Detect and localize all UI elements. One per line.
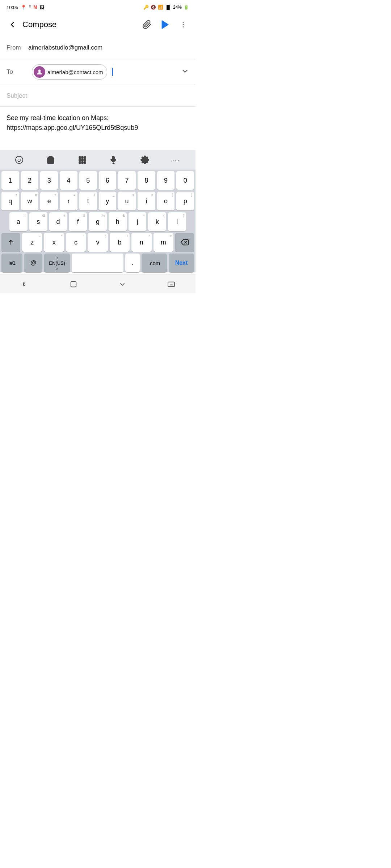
more-button[interactable]	[176, 17, 190, 32]
language-button[interactable]: ‹ EN(US) ›	[44, 254, 70, 272]
more-tools-button[interactable]: ···	[168, 153, 184, 167]
key-j[interactable]: *j	[129, 212, 147, 231]
key-k[interactable]: (k	[148, 212, 166, 231]
key-g[interactable]: %g	[89, 212, 107, 231]
avatar	[34, 66, 45, 78]
from-label: From	[7, 44, 28, 51]
bottom-row: !#1 @ ‹ EN(US) › . .com Next	[0, 254, 196, 272]
key-b[interactable]: !b	[110, 233, 130, 252]
key-0[interactable]: 0	[176, 171, 194, 190]
keyboard-toolbar: ···	[0, 150, 196, 170]
key-5[interactable]: 5	[79, 171, 97, 190]
svg-rect-11	[79, 157, 81, 158]
to-chip[interactable]: aimerlab@contact.com	[32, 64, 107, 80]
at-button[interactable]: @	[24, 254, 42, 272]
qwerty-row: +q xw ÷e =r /t _y <u >i [o ]p	[0, 192, 196, 210]
number-row: 1 2 3 4 5 6 7 8 9 0	[0, 171, 196, 190]
key-w[interactable]: xw	[21, 192, 39, 210]
next-button[interactable]: Next	[169, 254, 194, 272]
gmail-icon: M	[34, 5, 37, 10]
key-r[interactable]: =r	[60, 192, 77, 210]
to-label: To	[7, 68, 28, 76]
subject-row[interactable]: Subject	[0, 85, 196, 107]
key-2[interactable]: 2	[21, 171, 39, 190]
from-value: aimerlabstudio@gmail.com	[28, 44, 189, 51]
nav-back-button[interactable]	[14, 275, 35, 294]
key-8[interactable]: 8	[138, 171, 155, 190]
settings-button[interactable]	[137, 153, 153, 167]
svg-rect-17	[79, 162, 81, 163]
shift-button[interactable]	[1, 233, 20, 252]
dot-label: .	[131, 259, 133, 267]
lang-label: EN(US)	[49, 260, 65, 266]
key-o[interactable]: [o	[157, 192, 175, 210]
key-a[interactable]: !a	[9, 212, 28, 231]
key-z[interactable]: -z	[22, 233, 42, 252]
back-button[interactable]	[5, 17, 20, 32]
to-row[interactable]: To aimerlab@contact.com	[0, 59, 196, 85]
key-i[interactable]: >i	[138, 192, 155, 210]
svg-point-5	[16, 156, 23, 163]
attach-button[interactable]	[140, 17, 154, 32]
key-7[interactable]: 7	[118, 171, 136, 190]
key-u[interactable]: <u	[118, 192, 136, 210]
nav-keyboard-button[interactable]	[160, 275, 182, 294]
sym-button[interactable]: !#1	[1, 254, 22, 272]
cursor	[112, 68, 113, 76]
next-label: Next	[175, 260, 188, 266]
key-icon: 🔑	[143, 5, 149, 10]
svg-rect-30	[71, 281, 76, 287]
key-m[interactable]: ?m	[154, 233, 173, 252]
key-9[interactable]: 9	[157, 171, 175, 190]
space-button[interactable]	[72, 254, 123, 272]
svg-point-4	[38, 69, 41, 72]
key-s[interactable]: @s	[29, 212, 47, 231]
keyboard[interactable]: 1 2 3 4 5 6 7 8 9 0 +q xw ÷e =r /t _y <u…	[0, 170, 196, 272]
grid-icon: ⠿	[29, 5, 31, 10]
from-row: From aimerlabstudio@gmail.com	[0, 36, 196, 59]
send-button[interactable]	[158, 17, 172, 32]
key-4[interactable]: 4	[60, 171, 77, 190]
key-v[interactable]: ;v	[88, 233, 108, 252]
gallery-icon: 🖼	[39, 5, 44, 10]
clipboard-button[interactable]	[43, 153, 59, 167]
key-q[interactable]: +q	[1, 192, 19, 210]
svg-rect-15	[81, 159, 83, 161]
svg-rect-12	[81, 157, 83, 158]
key-x[interactable]: "x	[44, 233, 64, 252]
key-c[interactable]: :c	[66, 233, 86, 252]
numpad-button[interactable]	[74, 153, 90, 167]
key-3[interactable]: 3	[40, 171, 58, 190]
key-d[interactable]: #d	[49, 212, 67, 231]
emoji-button[interactable]	[11, 153, 27, 167]
status-left: 10:05 📍 ⠿ M 🖼	[7, 5, 44, 10]
nav-home-button[interactable]	[63, 275, 84, 294]
app-bar: Compose	[0, 13, 196, 36]
mic-button[interactable]	[105, 153, 121, 167]
asdf-row: !a @s #d $f %g &h *j (k )l	[0, 212, 196, 231]
svg-point-3	[183, 26, 184, 27]
nav-recent-button[interactable]	[112, 275, 133, 294]
key-h[interactable]: &h	[109, 212, 127, 231]
subject-field[interactable]: Subject	[7, 92, 27, 99]
dotcom-button[interactable]: .com	[142, 254, 167, 272]
expand-recipients-button[interactable]	[181, 67, 189, 77]
page-title: Compose	[22, 20, 140, 29]
battery-percent: 24%	[173, 5, 182, 10]
bottom-nav	[0, 275, 196, 293]
key-l[interactable]: )l	[168, 212, 186, 231]
email-body[interactable]: See my real-time location on Maps:https:…	[0, 107, 196, 150]
key-y[interactable]: _y	[99, 192, 117, 210]
key-n[interactable]: 'n	[131, 233, 151, 252]
dot-button[interactable]: .	[125, 254, 140, 272]
body-text: See my real-time location on Maps:https:…	[7, 114, 138, 131]
key-f[interactable]: $f	[69, 212, 87, 231]
svg-rect-19	[84, 162, 86, 163]
key-p[interactable]: ]p	[176, 192, 194, 210]
key-t[interactable]: /t	[79, 192, 97, 210]
key-1[interactable]: 1	[1, 171, 19, 190]
backspace-button[interactable]	[175, 233, 194, 252]
key-e[interactable]: ÷e	[40, 192, 58, 210]
key-6[interactable]: 6	[99, 171, 117, 190]
to-email: aimerlab@contact.com	[47, 69, 103, 75]
